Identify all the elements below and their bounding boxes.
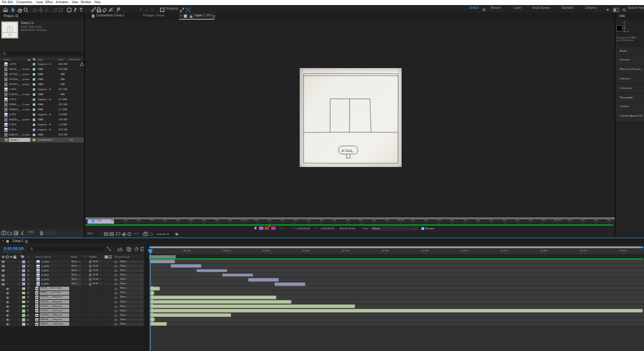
svg-text:ACStud: ACStud: [341, 148, 352, 152]
svg-text:100 %: 100 %: [279, 227, 286, 230]
svg-text:»: »: [606, 8, 609, 12]
svg-text:ios: ios: [351, 151, 354, 153]
